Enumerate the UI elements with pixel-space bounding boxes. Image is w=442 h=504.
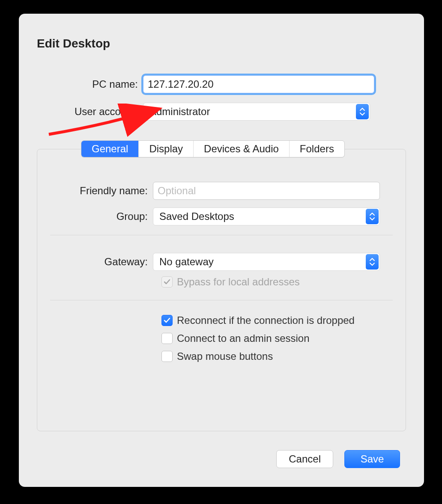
- save-button[interactable]: Save: [344, 450, 400, 468]
- tab-folders[interactable]: Folders: [290, 141, 344, 157]
- group-value: Saved Desktops: [159, 210, 234, 222]
- swap-mouse-label: Swap mouse buttons: [177, 350, 273, 362]
- pc-name-label: PC name:: [19, 78, 143, 90]
- user-account-select[interactable]: Administrator: [143, 103, 370, 121]
- admin-session-checkbox-row[interactable]: Connect to an admin session: [161, 332, 310, 344]
- chevrons-icon: [356, 104, 369, 119]
- dialog-footer: Cancel Save: [276, 450, 400, 468]
- divider: [50, 235, 393, 235]
- chevrons-icon: [366, 254, 379, 270]
- admin-session-checkbox[interactable]: [161, 333, 173, 344]
- swap-mouse-checkbox[interactable]: [161, 351, 173, 362]
- dialog-title: Edit Desktop: [37, 37, 110, 50]
- edit-desktop-window: Edit Desktop PC name: User account: Admi…: [19, 14, 424, 487]
- reconnect-label: Reconnect if the connection is dropped: [177, 314, 355, 326]
- cancel-button[interactable]: Cancel: [276, 450, 333, 468]
- reconnect-checkbox[interactable]: [161, 315, 173, 326]
- user-account-value: Administrator: [149, 106, 210, 118]
- tab-bar: General Display Devices & Audio Folders: [81, 140, 345, 157]
- group-select[interactable]: Saved Desktops: [153, 208, 380, 225]
- general-panel: Friendly name: Group: Saved Desktops Gat…: [37, 149, 406, 431]
- admin-session-label: Connect to an admin session: [177, 332, 310, 344]
- friendly-name-input[interactable]: [153, 182, 380, 200]
- tab-general[interactable]: General: [81, 141, 139, 157]
- user-account-label: User account:: [19, 106, 143, 118]
- reconnect-checkbox-row[interactable]: Reconnect if the connection is dropped: [161, 314, 355, 326]
- gateway-label: Gateway:: [37, 256, 153, 268]
- gateway-value: No gateway: [159, 256, 214, 268]
- bypass-checkbox-row: Bypass for local addresses: [161, 276, 300, 288]
- chevrons-icon: [366, 209, 379, 224]
- gateway-select[interactable]: No gateway: [153, 253, 380, 271]
- pc-name-input[interactable]: [143, 75, 374, 93]
- tab-devices-audio[interactable]: Devices & Audio: [194, 141, 290, 157]
- bypass-checkbox: [161, 276, 173, 288]
- group-label: Group:: [37, 210, 153, 222]
- bypass-label: Bypass for local addresses: [177, 276, 300, 288]
- swap-mouse-checkbox-row[interactable]: Swap mouse buttons: [161, 350, 273, 362]
- tab-display[interactable]: Display: [139, 141, 194, 157]
- friendly-name-label: Friendly name:: [37, 185, 153, 197]
- divider: [50, 300, 393, 300]
